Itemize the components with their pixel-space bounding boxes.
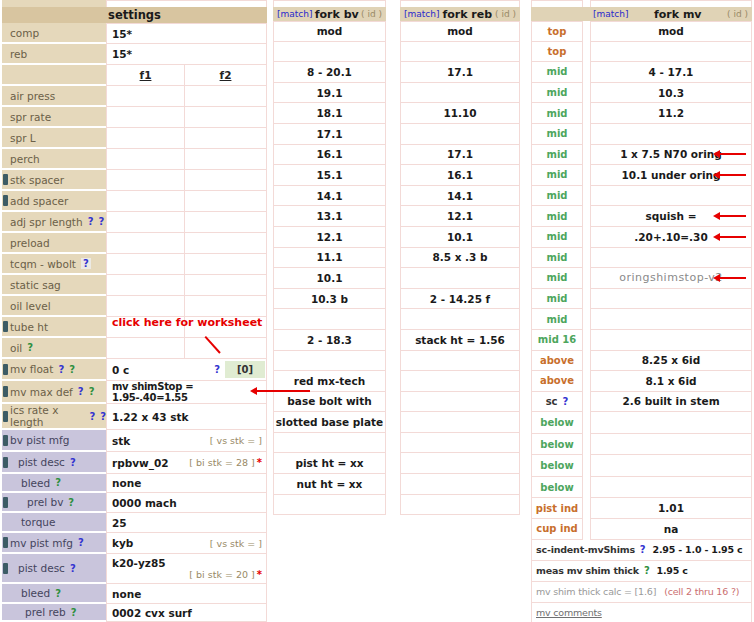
value-cell[interactable] [400,124,520,145]
value-cell[interactable] [590,124,752,145]
value-cell[interactable]: 4 - 17.1 [590,62,752,83]
value-cell[interactable]: mod [273,21,386,42]
value-cell[interactable]: mv shimStop = 1.95-.40=1.55 [106,381,267,404]
help-icon[interactable]: ? [89,411,95,422]
help-icon[interactable]: ? [71,607,77,618]
value-cell[interactable]: 10.3 b [273,289,386,310]
value-cell[interactable] [590,186,752,207]
value-cell[interactable] [106,170,185,191]
value-cell[interactable] [106,191,185,212]
help-icon[interactable]: ? [214,364,220,375]
value-cell[interactable]: 11.2 [590,103,752,124]
value-cell[interactable] [185,212,267,233]
match-link[interactable]: [match] [404,9,440,19]
help-icon[interactable]: ? [563,396,569,407]
value-cell[interactable] [106,86,185,107]
sc-indent-mvshims-row[interactable]: sc-indent-mvShims ? 2.95 - 1.0 - 1.95 c [531,540,752,561]
value-cell[interactable] [400,268,520,289]
value-cell[interactable] [590,289,752,310]
value-cell[interactable]: stk[ vs stk = ] [106,430,267,452]
help-icon[interactable]: ? [98,216,104,227]
value-cell[interactable]: k20-yz85[ bi stk = 20 ]* [106,554,267,584]
value-cell[interactable]: red mx-tech [273,371,386,392]
value-cell[interactable] [185,86,267,107]
value-cell[interactable]: 14.1 [400,186,520,207]
value-cell[interactable]: 1.01 [590,498,752,519]
value-cell[interactable]: 12.1 [273,227,386,248]
value-cell[interactable]: 17.1 [400,145,520,166]
value-cell[interactable]: 15* [106,44,267,65]
help-icon[interactable]: ? [88,216,94,227]
value-cell[interactable] [106,296,185,317]
id-label[interactable]: ( id ) [495,9,516,19]
value-cell[interactable] [106,149,185,170]
value-cell[interactable]: oringshimstop-v2 [590,268,752,289]
help-icon[interactable]: ? [640,544,646,555]
value-cell[interactable]: mod [590,21,752,42]
value-cell[interactable]: 8.25 x 6id [590,351,752,372]
value-cell[interactable] [400,392,520,413]
value-cell[interactable]: 12.1 [400,206,520,227]
value-cell[interactable]: 17.1 [273,124,386,145]
mv-comments-link[interactable]: mv comments [536,607,602,618]
value-cell[interactable] [185,254,267,275]
id-label[interactable]: ( id ) [727,9,748,19]
value-cell[interactable]: squish = [590,206,752,227]
value-cell[interactable] [106,212,185,233]
value-cell[interactable]: slotted base plate [273,412,386,433]
value-cell[interactable] [400,453,520,474]
value-cell[interactable] [590,434,752,456]
value-cell[interactable]: mod [400,21,520,42]
value-cell[interactable]: base bolt with [273,392,386,413]
value-cell[interactable]: 0 c?[0] [106,359,267,381]
help-icon[interactable]: ? [68,497,74,508]
f2-link[interactable]: f2 [220,69,232,81]
value-cell[interactable] [106,233,185,254]
value-cell[interactable] [400,371,520,392]
value-cell[interactable]: 8 - 20.1 [273,62,386,83]
help-icon[interactable]: ? [27,342,33,353]
value-cell[interactable] [185,170,267,191]
value-cell[interactable]: 15.1 [273,165,386,186]
value-cell[interactable] [185,296,267,317]
value-cell[interactable]: none [106,584,267,604]
value-cell[interactable]: 25 [106,513,267,533]
help-icon[interactable]: ? [69,364,75,375]
value-cell[interactable] [590,309,752,330]
value-cell[interactable] [185,275,267,296]
value-cell[interactable] [400,495,520,516]
meas-mv-shim-thick-row[interactable]: meas mv shim thick ? 1.95 c [531,561,752,582]
value-cell[interactable]: na [590,519,752,540]
value-cell[interactable] [273,433,386,454]
value-cell[interactable]: stack ht = 1.56 [400,330,520,351]
value-cell[interactable]: kyb[ vs stk = ] [106,533,267,554]
value-cell[interactable]: none [106,474,267,493]
help-icon[interactable]: ? [70,563,76,574]
help-icon[interactable]: ? [55,588,61,599]
zero-box-link[interactable]: [0] [225,361,265,378]
value-cell[interactable]: 8.1 x 6id [590,371,752,392]
value-cell[interactable]: 16.1 [273,145,386,166]
value-cell[interactable]: 11.1 [273,248,386,269]
value-cell[interactable] [106,107,185,128]
value-cell[interactable] [185,191,267,212]
value-cell[interactable]: 16.1 [400,165,520,186]
id-label[interactable]: ( id ) [361,9,382,19]
help-icon[interactable]: ? [58,364,64,375]
value-cell[interactable]: 2 - 14.25 f [400,289,520,310]
match-link[interactable]: [match] [593,9,629,19]
value-cell[interactable] [590,412,752,434]
value-cell[interactable]: 11.10 [400,103,520,124]
value-cell[interactable]: 8.5 x .3 b [400,248,520,269]
value-cell[interactable] [106,254,185,275]
value-cell[interactable] [590,248,752,269]
value-cell[interactable]: 10.3 [590,83,752,104]
value-cell[interactable]: nut ht = xx [273,474,386,495]
value-cell[interactable] [400,351,520,372]
value-cell[interactable] [185,149,267,170]
value-cell[interactable] [400,309,520,330]
value-cell[interactable]: 10.1 [273,268,386,289]
value-cell[interactable]: 0000 mach [106,493,267,513]
value-cell[interactable] [273,351,386,372]
help-icon[interactable]: ? [644,565,650,576]
